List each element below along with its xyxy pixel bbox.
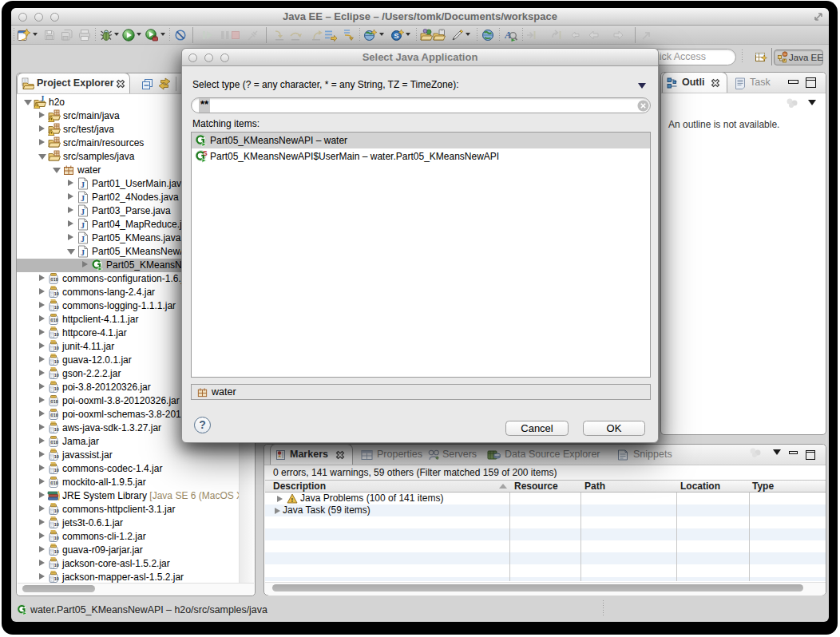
svg-text:010: 010 — [51, 440, 58, 445]
svg-text:10: 10 — [54, 291, 59, 296]
svg-text:10: 10 — [54, 454, 59, 459]
svg-text:010: 010 — [51, 399, 58, 404]
svg-text:10: 10 — [54, 386, 59, 391]
svg-text:J: J — [81, 221, 85, 230]
svg-text:10: 10 — [54, 468, 59, 473]
svg-text:J: J — [81, 194, 85, 203]
svg-text:J: J — [41, 96, 45, 103]
svg-text:10: 10 — [54, 576, 59, 581]
svg-text:!: ! — [291, 497, 294, 504]
svg-text:10: 10 — [54, 563, 59, 568]
svg-text:10: 10 — [54, 359, 59, 364]
svg-text:10: 10 — [54, 549, 59, 554]
svg-text:10: 10 — [54, 305, 59, 310]
svg-text:10: 10 — [54, 522, 59, 527]
svg-text:10: 10 — [54, 373, 59, 378]
svg-text:S: S — [203, 150, 208, 157]
svg-text:010: 010 — [51, 318, 58, 322]
svg-text:10: 10 — [54, 427, 59, 432]
svg-text:J: J — [81, 235, 85, 243]
svg-text:S: S — [394, 31, 398, 40]
svg-text:J: J — [81, 248, 85, 257]
svg-text:10: 10 — [54, 536, 59, 540]
svg-text:010: 010 — [51, 277, 58, 282]
svg-text:10: 10 — [54, 346, 59, 350]
svg-text:J: J — [81, 208, 85, 216]
svg-text:010: 010 — [51, 481, 58, 485]
svg-text:J: J — [81, 180, 85, 189]
svg-text:10: 10 — [54, 332, 59, 337]
svg-text:010: 010 — [51, 413, 58, 417]
svg-text:A: A — [505, 29, 512, 41]
svg-text:10: 10 — [54, 508, 59, 513]
